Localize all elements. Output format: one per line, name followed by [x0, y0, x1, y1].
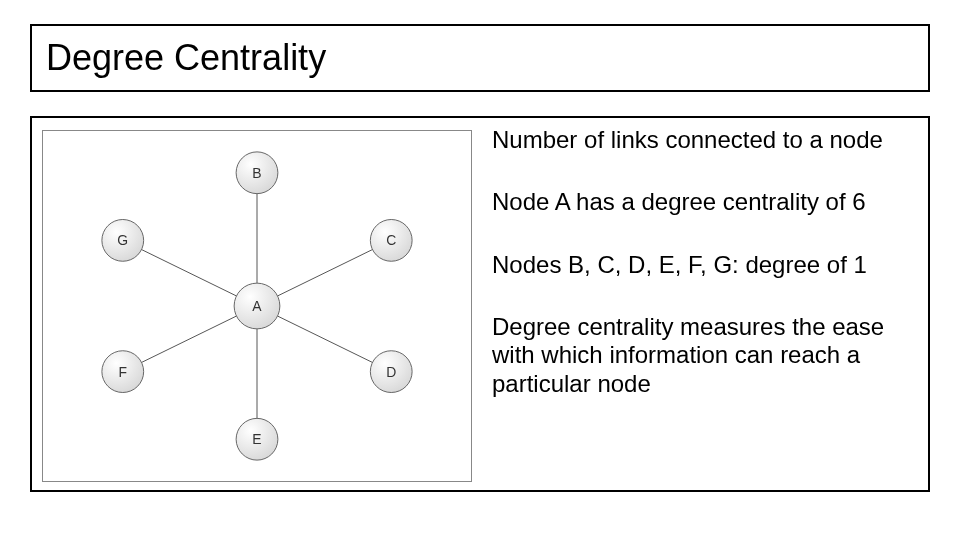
explanation-text: Degree centrality measures the ease with… [492, 313, 922, 398]
node-label-A: A [252, 298, 262, 314]
edge-A-F [142, 316, 237, 362]
edge-A-D [278, 316, 373, 362]
node-label-D: D [386, 364, 396, 380]
node-label-C: C [386, 232, 396, 248]
node-label-F: F [119, 364, 128, 380]
outer-nodes-text: Nodes B, C, D, E, F, G: degree of 1 [492, 251, 922, 279]
slide-title: Degree Centrality [46, 37, 326, 78]
text-column: Number of links connected to a node Node… [492, 126, 922, 398]
definition-text: Number of links connected to a node [492, 126, 922, 154]
graph-svg: BCDEFGA [43, 131, 471, 481]
node-label-B: B [252, 165, 261, 181]
edge-A-G [142, 250, 237, 296]
content-box: BCDEFGA Number of links connected to a n… [30, 116, 930, 492]
graph-diagram: BCDEFGA [42, 130, 472, 482]
node-label-G: G [117, 232, 128, 248]
slide-title-box: Degree Centrality [30, 24, 930, 92]
node-a-text: Node A has a degree centrality of 6 [492, 188, 922, 216]
node-label-E: E [252, 431, 261, 447]
edge-A-C [278, 250, 373, 296]
